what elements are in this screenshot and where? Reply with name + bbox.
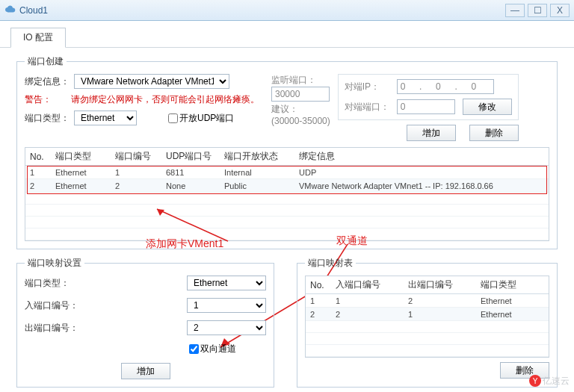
listen-port-label: 监听端口： (271, 74, 330, 87)
bidirectional-checkbox[interactable]: 双向通道 (189, 343, 236, 355)
modify-button[interactable]: 修改 (463, 99, 512, 115)
add-mapping-button[interactable]: 增加 (121, 363, 170, 379)
map-type-label: 端口类型： (25, 277, 81, 290)
suggest-range: (30000-35000) (271, 116, 330, 126)
mcol-no: No. (306, 276, 331, 294)
in-port-label: 入端口编号： (25, 299, 81, 312)
col-num: 端口编号 (111, 148, 161, 166)
out-port-label: 出端口编号： (25, 322, 81, 335)
table-row[interactable]: 221Ethernet (306, 308, 549, 321)
add-port-button[interactable]: 增加 (407, 125, 456, 141)
port-table-wrap: No. 端口类型 端口编号 UDP端口号 端口开放状态 绑定信息 1Ethern… (25, 147, 549, 241)
watermark: Y亿速云 (529, 374, 570, 388)
warning-text: 请勿绑定公网网卡，否则可能会引起网络瘫痪。 (71, 93, 259, 106)
mcol-type: 端口类型 (476, 276, 549, 294)
peer-ip-input (397, 79, 494, 94)
port-map-table[interactable]: No. 入端口编号 出端口编号 端口类型 112Ethernet 221Ethe… (306, 276, 549, 357)
bind-info-select[interactable]: VMware Network Adapter VMnet1 -- IP: 192… (74, 74, 229, 89)
open-udp-label: 开放UDP端口 (179, 112, 234, 125)
minimize-button[interactable]: — (505, 4, 525, 17)
bidirectional-input[interactable] (189, 344, 199, 354)
bind-info-label: 绑定信息： (25, 75, 70, 88)
app-icon (4, 4, 16, 16)
mcol-in: 入端口编号 (331, 276, 404, 294)
out-port-select[interactable]: 2 (187, 320, 266, 335)
col-type: 端口类型 (51, 148, 111, 166)
window-titlebar: Cloud1 — ☐ X (0, 0, 574, 21)
port-type-label: 端口类型： (25, 112, 70, 125)
map-type-select[interactable]: Ethernet (187, 276, 266, 290)
peer-ip-label: 对端IP： (345, 81, 389, 93)
window-controls: — ☐ X (505, 4, 570, 17)
delete-port-button[interactable]: 删除 (469, 125, 519, 141)
open-udp-input[interactable] (168, 113, 178, 123)
peer-port-label: 对端端口： (345, 101, 389, 113)
map-set-legend: 端口映射设置 (25, 257, 84, 270)
table-row[interactable]: 112Ethernet (306, 294, 549, 308)
bidirectional-label: 双向通道 (200, 343, 236, 355)
port-create-group: 端口创建 绑定信息： VMware Network Adapter VMnet1… (16, 55, 558, 249)
port-map-table-group: 端口映射表 No. 入端口编号 出端口编号 端口类型 112Ethernet (297, 257, 558, 388)
suggest-label: 建议： (271, 103, 330, 116)
in-port-select[interactable]: 1 (187, 298, 266, 313)
peer-port-input (397, 99, 455, 114)
col-no: No. (25, 148, 51, 166)
map-tbl-legend: 端口映射表 (305, 257, 356, 270)
maximize-button[interactable]: ☐ (528, 4, 547, 17)
port-create-legend: 端口创建 (25, 55, 67, 68)
table-row[interactable]: 2Ethernet2NonePublicVMware Network Adapt… (25, 179, 549, 193)
port-type-select[interactable]: Ethernet (74, 111, 137, 125)
watermark-icon: Y (529, 375, 541, 387)
listen-port-input (271, 87, 330, 102)
port-table[interactable]: No. 端口类型 端口编号 UDP端口号 端口开放状态 绑定信息 1Ethern… (25, 148, 549, 240)
window-title: Cloud1 (19, 5, 505, 16)
col-state: 端口开放状态 (220, 148, 294, 166)
table-row[interactable]: 1Ethernet16811InternalUDP (25, 166, 549, 179)
close-button[interactable]: X (550, 4, 570, 17)
col-udp: UDP端口号 (161, 148, 220, 166)
mcol-out: 出端口编号 (404, 276, 476, 294)
open-udp-checkbox[interactable]: 开放UDP端口 (168, 112, 234, 125)
warning-label: 警告： (25, 93, 67, 106)
col-bind: 绑定信息 (294, 148, 549, 166)
tab-io-config[interactable]: IO 配置 (10, 28, 66, 48)
tab-bar: IO 配置 (0, 21, 574, 48)
port-map-settings-group: 端口映射设置 端口类型： Ethernet 入端口编号： 1 出端口编号： 2 … (16, 257, 274, 388)
